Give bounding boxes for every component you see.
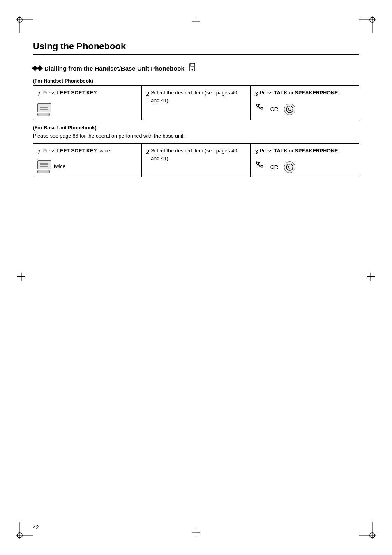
- svg-point-37: [286, 164, 293, 170]
- base-step-2-cell: 2 Select the desired item (see pages 40 …: [142, 144, 250, 177]
- handset-label: (For Handset Phonebook): [33, 78, 359, 84]
- handset-step-1-text: Press LEFT SOFT KEY.: [42, 89, 98, 97]
- handset-step-3-text: Press TALK or SPEAKERPHONE.: [260, 89, 339, 97]
- twice-label: twice: [54, 163, 65, 170]
- handset-step-2-num: 2: [146, 89, 149, 99]
- base-step-1-text: Press LEFT SOFT KEY twice.: [42, 147, 111, 155]
- svg-point-38: [288, 166, 291, 168]
- diamonds-icon: [33, 66, 42, 70]
- base-step-2-text: Select the desired item (see pages 40 an…: [151, 147, 246, 163]
- soft-key-icon: [37, 103, 51, 116]
- handset-step-1-icon: [37, 103, 137, 116]
- handset-step-1-cell: 1 Press LEFT SOFT KEY.: [33, 86, 142, 120]
- corner-mark-br: [359, 522, 376, 539]
- handset-step-2-text: Select the desired item (see pages 40 an…: [151, 89, 246, 105]
- handset-step-3-cell: 3 Press TALK or SPEAKERPHONE. OR: [251, 86, 359, 120]
- lcd-screen: [37, 103, 51, 112]
- mid-mark-top: [192, 17, 200, 27]
- phone-handset-icon: [189, 63, 196, 73]
- section-heading-text: Dialling from the Handset/Base Unit Phon…: [44, 65, 184, 72]
- corner-mark-tl: [16, 16, 33, 33]
- mid-mark-bottom: [192, 528, 200, 538]
- svg-point-31: [286, 106, 293, 113]
- base-step-1-cell: 1 Press LEFT SOFT KEY twice. twice: [33, 144, 142, 177]
- page-title: Using the Phonebook: [33, 41, 359, 55]
- handset-step-3-icons: OR: [255, 103, 355, 115]
- speakerphone-icon-2: [284, 161, 295, 173]
- base-step-3-num: 3: [255, 147, 258, 157]
- corner-mark-tr: [359, 16, 376, 33]
- mid-mark-right: [367, 273, 375, 282]
- svg-point-30: [191, 69, 193, 71]
- page: Using the Phonebook Dialling from the Ha…: [0, 0, 392, 555]
- or-text-1: OR: [270, 105, 279, 113]
- base-unit-label: (For Base Unit Phonebook): [33, 125, 359, 131]
- soft-key-button-icon-2: [37, 170, 50, 173]
- handset-step-2-cell: 2 Select the desired item (see pages 40 …: [142, 86, 250, 120]
- base-step-2-num: 2: [146, 147, 149, 157]
- corner-mark-bl: [16, 522, 33, 539]
- talk-handset-icon-2: [255, 161, 265, 173]
- mid-mark-left: [17, 273, 25, 282]
- base-step-1-num: 1: [37, 147, 41, 157]
- lcd-screen-2: [37, 160, 51, 169]
- talk-handset-icon: [255, 103, 265, 115]
- base-step-3-icons: OR: [255, 161, 355, 173]
- section-heading: Dialling from the Handset/Base Unit Phon…: [33, 63, 359, 73]
- base-step-3-text: Press TALK or SPEAKERPHONE.: [260, 147, 339, 155]
- handset-instruction-box: 1 Press LEFT SOFT KEY.: [33, 85, 359, 120]
- svg-rect-29: [191, 64, 194, 67]
- base-step-1-icon: twice: [37, 160, 137, 173]
- handset-step-1-num: 1: [37, 89, 41, 99]
- page-number: 42: [33, 524, 39, 530]
- soft-key-button-icon: [37, 113, 50, 116]
- speakerphone-icon: [284, 104, 295, 115]
- base-instruction-box: 1 Press LEFT SOFT KEY twice. twice: [33, 143, 359, 177]
- base-step-3-cell: 3 Press TALK or SPEAKERPHONE. OR: [251, 144, 359, 177]
- svg-point-32: [288, 108, 291, 111]
- base-note-text: Please see page 86 for the operation per…: [33, 132, 359, 140]
- or-text-2: OR: [270, 163, 279, 171]
- handset-step-3-num: 3: [255, 89, 258, 99]
- soft-key-icon-2: [37, 160, 51, 173]
